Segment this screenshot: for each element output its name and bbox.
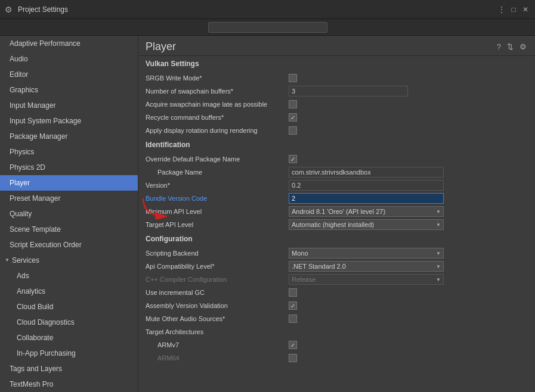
settings-gear-button[interactable]: ⚙ xyxy=(518,41,528,52)
sidebar-item-script-execution-order[interactable]: Script Execution Order xyxy=(0,237,138,253)
arm64-value xyxy=(289,354,528,362)
armv7-row: ARMv7 xyxy=(138,338,535,351)
sidebar-item-cloud-build[interactable]: Cloud Build xyxy=(0,299,138,315)
display-rotation-value xyxy=(289,126,528,135)
swapchain-buffers-input[interactable] xyxy=(289,86,408,97)
sidebar-item-input-manager[interactable]: Input Manager xyxy=(0,98,138,113)
search-input[interactable] xyxy=(208,22,327,33)
arm64-row: ARM64 xyxy=(138,351,535,365)
bundle-version-code-label: Bundle Version Code xyxy=(146,195,289,202)
identification-header: Identification xyxy=(138,137,535,153)
content-body: Vulkan Settings SRGB Write Mode* Number … xyxy=(138,56,535,392)
target-api-level-dropdown[interactable]: Automatic (highest installed) ▼ xyxy=(289,219,444,230)
cpp-compiler-value: Release ▼ xyxy=(289,274,528,285)
version-input[interactable] xyxy=(289,180,444,191)
api-compatibility-dropdown-text: .NET Standard 2.0 xyxy=(292,263,346,270)
target-architectures-row: Target Architectures xyxy=(138,325,535,338)
scripting-backend-dropdown-text: Mono xyxy=(292,250,308,257)
acquire-swapchain-value xyxy=(289,100,528,108)
configuration-header: Configuration xyxy=(138,231,535,247)
minimum-api-level-row: Minimum API Level Android 8.1 'Oreo' (AP… xyxy=(138,205,535,218)
sidebar-item-physics[interactable]: Physics xyxy=(0,144,138,160)
cpp-compiler-dropdown: Release ▼ xyxy=(289,274,444,285)
swapchain-buffers-row: Number of swapchain buffers* xyxy=(138,85,535,98)
target-api-level-label: Target API Level xyxy=(146,221,289,228)
cpp-compiler-row: C++ Compiler Configuration Release ▼ xyxy=(138,273,535,286)
sidebar-item-physics-2d[interactable]: Physics 2D xyxy=(0,160,138,175)
sidebar-item-input-system-package[interactable]: Input System Package xyxy=(0,113,138,129)
assembly-version-row: Assembly Version Validation xyxy=(138,299,535,312)
incremental-gc-checkbox[interactable] xyxy=(289,288,297,297)
incremental-gc-label: Use incremental GC xyxy=(146,289,289,296)
sidebar-item-editor[interactable]: Editor xyxy=(0,67,138,82)
api-compatibility-dropdown[interactable]: .NET Standard 2.0 ▼ xyxy=(289,261,444,272)
minimum-api-level-dropdown[interactable]: Android 8.1 'Oreo' (API level 27) ▼ xyxy=(289,206,444,217)
srgb-write-mode-value xyxy=(289,74,528,82)
sidebar-item-graphics[interactable]: Graphics xyxy=(0,82,138,98)
sidebar-item-package-manager[interactable]: Package Manager xyxy=(0,129,138,144)
armv7-checkbox[interactable] xyxy=(289,341,297,349)
sidebar-item-in-app-purchasing[interactable]: In-App Purchasing xyxy=(0,346,138,361)
sidebar-item-ads[interactable]: Ads xyxy=(0,268,138,284)
bundle-version-code-input[interactable] xyxy=(289,193,444,204)
version-label: Version* xyxy=(146,182,289,189)
arm64-checkbox[interactable] xyxy=(289,354,297,362)
sidebar-item-textmesh-pro[interactable]: TextMesh Pro xyxy=(0,377,138,392)
target-architectures-label: Target Architectures xyxy=(146,328,289,335)
scripting-backend-label: Scripting Backend xyxy=(146,250,289,257)
sidebar-item-scene-template[interactable]: Scene Template xyxy=(0,222,138,237)
incremental-gc-row: Use incremental GC xyxy=(138,286,535,299)
content-header: Player ? ⇅ ⚙ xyxy=(138,36,535,56)
assembly-version-value xyxy=(289,301,528,310)
sidebar-group-services[interactable]: ▼ Services xyxy=(0,253,138,268)
settings-icon: ⚙ xyxy=(5,5,14,14)
recycle-command-buffers-row: Recycle command buffers* xyxy=(138,111,535,124)
bundle-version-code-row: Bundle Version Code xyxy=(138,192,535,205)
display-rotation-row: Apply display rotation during rendering xyxy=(138,124,535,137)
close-button[interactable]: ✕ xyxy=(521,5,530,14)
package-name-input[interactable] xyxy=(289,167,444,178)
display-rotation-checkbox[interactable] xyxy=(289,126,297,135)
acquire-swapchain-checkbox[interactable] xyxy=(289,100,297,108)
mute-audio-checkbox[interactable] xyxy=(289,315,297,323)
recycle-command-buffers-label: Recycle command buffers* xyxy=(146,114,289,121)
target-api-level-dropdown-arrow: ▼ xyxy=(436,222,441,228)
vulkan-settings-header: Vulkan Settings xyxy=(138,56,535,71)
target-api-level-dropdown-text: Automatic (highest installed) xyxy=(292,221,374,228)
sidebar-item-analytics[interactable]: Analytics xyxy=(0,284,138,299)
api-compatibility-label: Api Compatibility Level* xyxy=(146,263,289,270)
scripting-backend-dropdown[interactable]: Mono ▼ xyxy=(289,248,444,259)
sidebar-item-player[interactable]: Player xyxy=(0,175,138,191)
cpp-compiler-dropdown-arrow: ▼ xyxy=(436,277,441,282)
maximize-button[interactable]: □ xyxy=(509,5,518,14)
recycle-command-buffers-value xyxy=(289,113,528,122)
sidebar-item-audio[interactable]: Audio xyxy=(0,51,138,67)
sidebar: Adaptive Performance Audio Editor Graphi… xyxy=(0,36,138,392)
assembly-version-label: Assembly Version Validation xyxy=(146,302,289,309)
srgb-write-mode-row: SRGB Write Mode* xyxy=(138,71,535,85)
srgb-write-mode-checkbox[interactable] xyxy=(289,74,297,82)
sidebar-item-quality[interactable]: Quality xyxy=(0,206,138,222)
display-rotation-label: Apply display rotation during rendering xyxy=(146,127,289,134)
package-name-value xyxy=(289,167,528,178)
sidebar-item-collaborate[interactable]: Collaborate xyxy=(0,330,138,346)
mute-audio-value xyxy=(289,315,528,323)
sidebar-item-preset-manager[interactable]: Preset Manager xyxy=(0,191,138,206)
menu-button[interactable]: ⋮ xyxy=(497,5,506,14)
sidebar-item-adaptive-performance[interactable]: Adaptive Performance xyxy=(0,36,138,51)
override-package-name-checkbox[interactable] xyxy=(289,155,297,163)
api-compatibility-dropdown-arrow: ▼ xyxy=(436,264,441,269)
content-panel: Player ? ⇅ ⚙ Vulkan Settings SRGB Write … xyxy=(138,36,535,392)
sidebar-item-tags-and-layers[interactable]: Tags and Layers xyxy=(0,361,138,377)
layout-button[interactable]: ⇅ xyxy=(506,41,515,52)
swapchain-buffers-label: Number of swapchain buffers* xyxy=(146,88,289,95)
minimum-api-level-value: Android 8.1 'Oreo' (API level 27) ▼ xyxy=(289,206,528,217)
services-triangle: ▼ xyxy=(5,254,10,266)
recycle-command-buffers-checkbox[interactable] xyxy=(289,113,297,122)
scripting-backend-row: Scripting Backend Mono ▼ xyxy=(138,247,535,260)
sidebar-item-cloud-diagnostics[interactable]: Cloud Diagnostics xyxy=(0,315,138,330)
package-name-row: Package Name xyxy=(138,166,535,179)
help-button[interactable]: ? xyxy=(496,41,502,52)
assembly-version-checkbox[interactable] xyxy=(289,301,297,310)
acquire-swapchain-label: Acquire swapchain image late as possible xyxy=(146,101,289,108)
